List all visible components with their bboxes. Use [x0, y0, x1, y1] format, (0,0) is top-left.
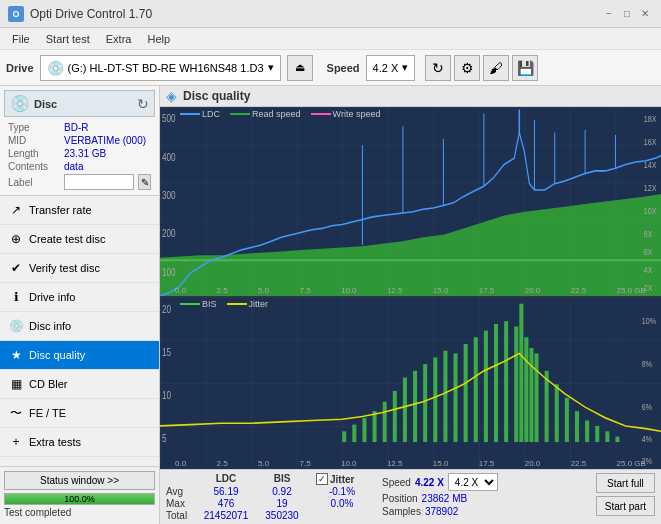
sidebar-item-transfer-rate[interactable]: ↗ Transfer rate — [0, 196, 159, 225]
charts-area: 500 400 300 200 100 18X 16X 14X 12X 10X … — [160, 107, 661, 469]
svg-text:12X: 12X — [644, 184, 657, 194]
avg-bis: 0.92 — [258, 486, 306, 497]
total-row: Total 21452071 350230 — [166, 510, 368, 521]
chevron-down-icon2: ▾ — [402, 61, 408, 74]
bis-legend-label: BIS — [202, 299, 217, 309]
settings-icon[interactable]: ⚙ — [454, 55, 480, 81]
svg-rect-52 — [514, 327, 518, 442]
bis-legend-line — [180, 303, 200, 305]
eject-button[interactable]: ⏏ — [287, 55, 313, 81]
svg-rect-60 — [575, 411, 579, 442]
sidebar-item-cd-bler[interactable]: ▦ CD Bler — [0, 370, 159, 399]
app-icon: O — [8, 6, 24, 22]
disc-type-row: Type BD-R — [4, 121, 155, 134]
disc-panel: 💿 Disc ↻ Type BD-R MID VERBATIMe (000) L… — [0, 86, 159, 196]
bis-header: BIS — [258, 473, 306, 485]
menu-extra[interactable]: Extra — [98, 31, 140, 47]
top-chart-x-labels: 0.0 2.5 5.0 7.5 10.0 12.5 15.0 17.5 20.0… — [175, 286, 646, 295]
svg-text:300: 300 — [162, 190, 176, 201]
position-row: Position 23862 MB — [382, 493, 498, 504]
label-input[interactable] — [64, 174, 134, 190]
disc-info-icon: 💿 — [8, 318, 24, 334]
toolbar-icons: ↻ ⚙ 🖌 💾 — [425, 55, 538, 81]
status-window-button[interactable]: Status window >> — [4, 471, 155, 490]
label-edit-button[interactable]: ✎ — [138, 174, 151, 190]
sidebar-item-drive-info[interactable]: ℹ Drive info — [0, 283, 159, 312]
refresh-icon[interactable]: ↻ — [425, 55, 451, 81]
svg-rect-58 — [555, 384, 559, 442]
drive-value: (G:) HL-DT-ST BD-RE WH16NS48 1.D3 — [68, 62, 264, 74]
contents-label: Contents — [8, 161, 60, 172]
svg-rect-36 — [352, 425, 356, 442]
svg-text:10: 10 — [162, 389, 171, 401]
app-title: Opti Drive Control 1.70 — [30, 7, 152, 21]
stats-bar: LDC BIS ✓ Jitter Avg 56.19 0.92 — [160, 469, 661, 524]
jitter-header-label: Jitter — [330, 474, 354, 485]
ldc-legend: LDC — [180, 109, 220, 119]
jitter-legend: Jitter — [227, 299, 269, 309]
window-controls: − □ ✕ — [601, 6, 653, 22]
max-label: Max — [166, 498, 194, 509]
main-area: 💿 Disc ↻ Type BD-R MID VERBATIMe (000) L… — [0, 86, 661, 524]
write-speed-legend-line — [311, 113, 331, 115]
drive-label: Drive — [6, 62, 34, 74]
close-button[interactable]: ✕ — [637, 6, 653, 22]
mid-value: VERBATIMe (000) — [64, 135, 151, 146]
svg-text:400: 400 — [162, 152, 176, 163]
start-part-button[interactable]: Start part — [596, 496, 655, 516]
disc-length-row: Length 23.31 GB — [4, 147, 155, 160]
svg-rect-64 — [615, 437, 619, 442]
sidebar-item-verify-test-disc[interactable]: ✔ Verify test disc — [0, 254, 159, 283]
drive-selector[interactable]: 💿 (G:) HL-DT-ST BD-RE WH16NS48 1.D3 ▾ — [40, 55, 281, 81]
titlebar: O Opti Drive Control 1.70 − □ ✕ — [0, 0, 661, 28]
jitter-checkbox[interactable]: ✓ — [316, 473, 328, 485]
svg-text:6%: 6% — [642, 401, 653, 412]
svg-rect-39 — [383, 402, 387, 442]
paint-icon[interactable]: 🖌 — [483, 55, 509, 81]
speed-label: Speed — [327, 62, 360, 74]
cd-bler-icon: ▦ — [8, 376, 24, 392]
svg-rect-51 — [504, 321, 508, 442]
sidebar-item-disc-info[interactable]: 💿 Disc info — [0, 312, 159, 341]
sidebar-item-disc-quality[interactable]: ★ Disc quality — [0, 341, 159, 370]
sidebar-item-fe-te[interactable]: 〜 FE / TE — [0, 399, 159, 428]
svg-rect-50 — [494, 324, 498, 442]
avg-ldc: 56.19 — [194, 486, 258, 497]
bottom-chart-legend: BIS Jitter — [180, 299, 268, 309]
chevron-down-icon: ▾ — [268, 61, 274, 74]
svg-rect-44 — [433, 358, 437, 443]
status-area: Status window >> 100.0% Test completed — [0, 466, 159, 524]
avg-label: Avg — [166, 486, 194, 497]
speed-value: 4.2 X — [373, 62, 399, 74]
save-icon[interactable]: 💾 — [512, 55, 538, 81]
svg-rect-57 — [545, 371, 549, 442]
speed-label2: Speed — [382, 477, 411, 488]
length-label: Length — [8, 148, 60, 159]
minimize-button[interactable]: − — [601, 6, 617, 22]
sidebar-item-extra-tests[interactable]: + Extra tests — [0, 428, 159, 457]
svg-rect-42 — [413, 371, 417, 442]
start-buttons: Start full Start part — [596, 473, 655, 516]
disc-refresh-icon[interactable]: ↻ — [137, 96, 149, 112]
contents-value: data — [64, 161, 151, 172]
svg-text:14X: 14X — [644, 161, 657, 171]
total-bis: 350230 — [258, 510, 306, 521]
verify-test-icon: ✔ — [8, 260, 24, 276]
read-speed-legend-line — [230, 113, 250, 115]
speed-position-panel: Speed 4.22 X 4.2 X Position 23862 MB Sam… — [382, 473, 498, 517]
max-row: Max 476 19 0.0% — [166, 498, 368, 509]
svg-text:20: 20 — [162, 303, 171, 315]
extra-tests-icon: + — [8, 434, 24, 450]
label-label: Label — [8, 177, 60, 188]
speed-selector[interactable]: 4.2 X ▾ — [366, 55, 416, 81]
svg-text:10X: 10X — [644, 207, 657, 217]
maximize-button[interactable]: □ — [619, 6, 635, 22]
svg-text:200: 200 — [162, 228, 176, 239]
speed-dropdown[interactable]: 4.2 X — [448, 473, 498, 491]
menu-start-test[interactable]: Start test — [38, 31, 98, 47]
sidebar-item-create-test-disc[interactable]: ⊕ Create test disc — [0, 225, 159, 254]
start-full-button[interactable]: Start full — [596, 473, 655, 493]
jitter-legend-label: Jitter — [249, 299, 269, 309]
menu-file[interactable]: File — [4, 31, 38, 47]
menu-help[interactable]: Help — [139, 31, 178, 47]
